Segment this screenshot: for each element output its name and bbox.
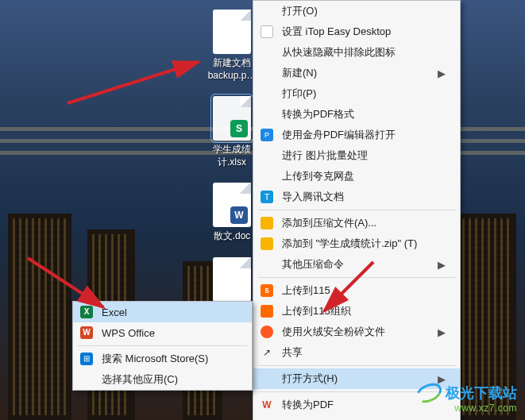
watermark-logo-icon	[415, 384, 442, 402]
menu-item-upload-115-org[interactable]: 上传到115组织	[253, 301, 460, 322]
115-icon: 5	[260, 283, 274, 298]
menu-item-open[interactable]: 打开(O)	[253, 1, 460, 21]
context-menu-main: 打开(O) 设置 iTop Easy Desktop 从快速隐藏中排除此图标 新…	[253, 0, 461, 420]
context-menu-open-with: XExcel WWPS Office ⊞搜索 Microsoft Store(S…	[72, 301, 253, 391]
115-org-icon	[260, 304, 274, 318]
menu-separator	[258, 277, 455, 278]
menu-item-convert-pdf[interactable]: 转换为PDF格式	[253, 104, 460, 125]
zip-icon	[260, 237, 274, 251]
menu-item-print[interactable]: 打印(P)	[253, 83, 460, 104]
excel-icon: X	[79, 305, 94, 319]
menu-item-jinzhou-pdf[interactable]: P使用金舟PDF编辑器打开	[253, 125, 460, 145]
watermark: 极光下载站 www.xz7.com	[415, 383, 517, 414]
share-icon: ↗	[260, 345, 274, 360]
zip-icon	[260, 216, 274, 230]
chevron-right-icon: ▶	[422, 67, 446, 79]
menu-item-add-zip-named[interactable]: 添加到 "学生成绩统计.zip" (T)	[253, 233, 460, 254]
watermark-title: 极光下载站	[446, 383, 517, 403]
menu-item-huorong-shred[interactable]: 使用火绒安全粉碎文件▶	[253, 322, 460, 342]
excel-badge-icon: S	[230, 120, 248, 137]
word-badge-icon: W	[230, 206, 248, 224]
menu-item-add-archive[interactable]: 添加到压缩文件(A)...	[253, 213, 460, 233]
chevron-right-icon: ▶	[422, 259, 446, 271]
pdf-icon: P	[260, 128, 274, 142]
menu-separator	[78, 345, 247, 346]
menu-separator	[258, 210, 455, 210]
wps-icon: W	[260, 398, 274, 412]
fire-icon	[260, 325, 274, 339]
menu-item-image-batch[interactable]: 进行 图片批量处理	[253, 145, 460, 166]
itop-icon	[260, 25, 274, 39]
submenu-item-excel[interactable]: XExcel	[73, 302, 252, 322]
tencent-icon: T	[260, 190, 274, 204]
submenu-item-wps-office[interactable]: WWPS Office	[73, 322, 252, 343]
chevron-right-icon: ▶	[422, 326, 446, 338]
watermark-url: www.xz7.com	[415, 403, 517, 414]
menu-item-other-compress[interactable]: 其他压缩命令▶	[253, 254, 460, 275]
menu-item-tencent-docs[interactable]: T导入腾讯文档	[253, 187, 460, 207]
submenu-item-choose-app[interactable]: 选择其他应用(C)	[73, 369, 252, 390]
wps-office-icon: W	[79, 326, 94, 340]
menu-item-upload-115[interactable]: 5上传到115	[253, 280, 460, 301]
ms-store-icon: ⊞	[79, 352, 94, 366]
menu-item-itop[interactable]: 设置 iTop Easy Desktop	[253, 21, 460, 42]
submenu-item-ms-store[interactable]: ⊞搜索 Microsoft Store(S)	[73, 349, 252, 369]
menu-item-share[interactable]: ↗共享	[253, 342, 460, 363]
menu-item-new[interactable]: 新建(N)▶	[253, 63, 460, 83]
menu-item-wps-to-image[interactable]: W转换为图片	[253, 415, 460, 420]
menu-item-exclude-icon[interactable]: 从快速隐藏中排除此图标	[253, 42, 460, 63]
menu-item-quark-upload[interactable]: 上传到夸克网盘	[253, 166, 460, 187]
menu-separator	[258, 365, 455, 366]
